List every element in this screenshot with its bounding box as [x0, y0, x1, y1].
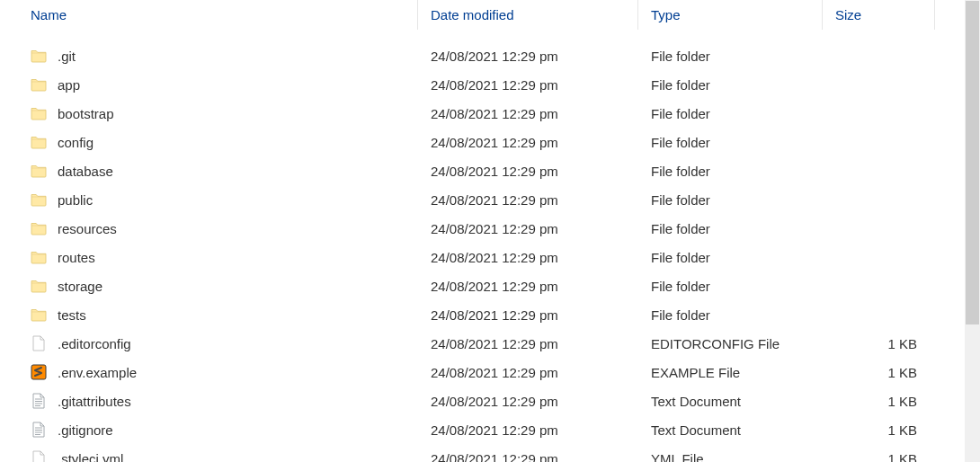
cell-name: .gitattributes	[0, 386, 418, 415]
cell-date: 24/08/2021 12:29 pm	[418, 271, 638, 300]
cell-date: 24/08/2021 12:29 pm	[418, 214, 638, 243]
blank-file-icon	[31, 335, 47, 351]
cell-size	[823, 128, 935, 156]
file-name: resources	[58, 221, 117, 236]
file-name: storage	[58, 279, 102, 294]
cell-name: storage	[0, 271, 418, 300]
file-row[interactable]: .gitattributes24/08/2021 12:29 pmText Do…	[0, 386, 980, 415]
file-name: .gitattributes	[58, 394, 131, 409]
cell-date: 24/08/2021 12:29 pm	[418, 156, 638, 185]
file-row[interactable]: .env.example24/08/2021 12:29 pmEXAMPLE F…	[0, 358, 980, 386]
column-header-name[interactable]: Name	[0, 0, 418, 30]
cell-date: 24/08/2021 12:29 pm	[418, 128, 638, 156]
file-name: routes	[58, 250, 95, 265]
file-row[interactable]: bootstrap24/08/2021 12:29 pmFile folder	[0, 99, 980, 128]
cell-name: .env.example	[0, 358, 418, 386]
cell-date: 24/08/2021 12:29 pm	[418, 243, 638, 271]
cell-date: 24/08/2021 12:29 pm	[418, 99, 638, 128]
file-row[interactable]: resources24/08/2021 12:29 pmFile folder	[0, 214, 980, 243]
file-row[interactable]: .editorconfig24/08/2021 12:29 pmEDITORCO…	[0, 329, 980, 358]
folder-icon	[31, 220, 47, 236]
folder-icon	[31, 76, 47, 93]
cell-date: 24/08/2021 12:29 pm	[418, 185, 638, 214]
scrollbar-thumb[interactable]	[966, 1, 979, 324]
column-headers: Name Date modified Type Size	[0, 0, 980, 31]
file-name: bootstrap	[58, 106, 114, 121]
cell-size: 1 KB	[823, 358, 935, 386]
cell-size: 1 KB	[823, 444, 935, 462]
cell-name: public	[0, 185, 418, 214]
text-file-icon	[31, 422, 47, 438]
cell-name: .gitignore	[0, 415, 418, 444]
folder-icon	[31, 278, 47, 294]
file-row[interactable]: storage24/08/2021 12:29 pmFile folder	[0, 271, 980, 300]
folder-icon	[31, 191, 47, 208]
file-row[interactable]: .git24/08/2021 12:29 pmFile folder	[0, 41, 980, 70]
column-header-size[interactable]: Size	[823, 0, 935, 30]
file-row[interactable]: routes24/08/2021 12:29 pmFile folder	[0, 243, 980, 271]
cell-type: File folder	[638, 128, 823, 156]
cell-type: EDITORCONFIG File	[638, 329, 823, 358]
cell-name: tests	[0, 300, 418, 329]
cell-type: File folder	[638, 271, 823, 300]
cell-name: routes	[0, 243, 418, 271]
file-row[interactable]: .styleci.yml24/08/2021 12:29 pmYML File1…	[0, 444, 980, 462]
cell-type: Text Document	[638, 386, 823, 415]
folder-icon	[31, 134, 47, 150]
cell-size: 1 KB	[823, 415, 935, 444]
cell-name: database	[0, 156, 418, 185]
cell-type: EXAMPLE File	[638, 358, 823, 386]
cell-type: File folder	[638, 300, 823, 329]
cell-name: .styleci.yml	[0, 444, 418, 462]
file-name: tests	[58, 307, 86, 323]
cell-type: File folder	[638, 243, 823, 271]
cell-type: File folder	[638, 185, 823, 214]
folder-icon	[31, 105, 47, 121]
cell-date: 24/08/2021 12:29 pm	[418, 329, 638, 358]
cell-size	[823, 214, 935, 243]
cell-name: config	[0, 128, 418, 156]
file-name: public	[58, 192, 93, 208]
cell-size: 1 KB	[823, 386, 935, 415]
file-explorer: Name Date modified Type Size .git24/08/2…	[0, 0, 980, 462]
cell-size	[823, 300, 935, 329]
cell-date: 24/08/2021 12:29 pm	[418, 358, 638, 386]
cell-type: File folder	[638, 99, 823, 128]
folder-icon	[31, 48, 47, 64]
file-name: .git	[58, 49, 76, 64]
text-file-icon	[31, 393, 47, 409]
cell-type: File folder	[638, 70, 823, 99]
file-row[interactable]: tests24/08/2021 12:29 pmFile folder	[0, 300, 980, 329]
cell-size	[823, 156, 935, 185]
cell-type: Text Document	[638, 415, 823, 444]
file-row[interactable]: public24/08/2021 12:29 pmFile folder	[0, 185, 980, 214]
cell-name: .editorconfig	[0, 329, 418, 358]
cell-type: File folder	[638, 41, 823, 70]
folder-icon	[31, 163, 47, 179]
cell-size	[823, 243, 935, 271]
file-row[interactable]: app24/08/2021 12:29 pmFile folder	[0, 70, 980, 99]
file-row[interactable]: database24/08/2021 12:29 pmFile folder	[0, 156, 980, 185]
file-name: .gitignore	[58, 422, 113, 438]
cell-size	[823, 41, 935, 70]
cell-name: bootstrap	[0, 99, 418, 128]
column-header-type[interactable]: Type	[638, 0, 823, 30]
cell-date: 24/08/2021 12:29 pm	[418, 415, 638, 444]
cell-size	[823, 185, 935, 214]
cell-type: YML File	[638, 444, 823, 462]
file-row[interactable]: config24/08/2021 12:29 pmFile folder	[0, 128, 980, 156]
file-name: .editorconfig	[58, 336, 131, 351]
vertical-scrollbar[interactable]	[965, 0, 980, 462]
cell-name: app	[0, 70, 418, 99]
cell-type: File folder	[638, 156, 823, 185]
cell-type: File folder	[638, 214, 823, 243]
cell-name: resources	[0, 214, 418, 243]
sublime-file-icon	[31, 364, 47, 380]
cell-size	[823, 271, 935, 300]
file-row[interactable]: .gitignore24/08/2021 12:29 pmText Docume…	[0, 415, 980, 444]
column-header-date[interactable]: Date modified	[418, 0, 638, 30]
file-name: .env.example	[58, 365, 137, 380]
cell-date: 24/08/2021 12:29 pm	[418, 70, 638, 99]
file-list: .git24/08/2021 12:29 pmFile folderapp24/…	[0, 31, 980, 462]
cell-size	[823, 99, 935, 128]
